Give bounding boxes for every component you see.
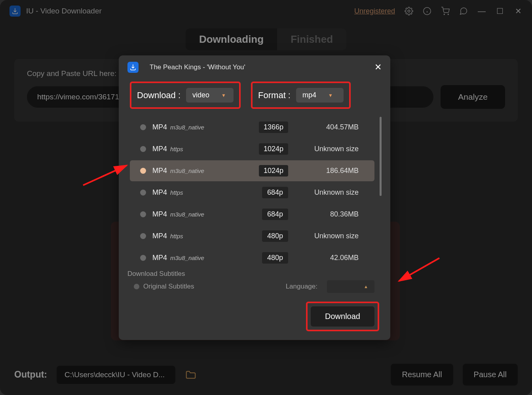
- format-codec: MP4: [152, 188, 167, 197]
- format-protocol: m3u8_native: [170, 211, 204, 218]
- format-protocol: m3u8_native: [170, 167, 204, 174]
- format-size: 42.06MB: [299, 254, 359, 262]
- chevron-up-icon: ▲: [364, 284, 368, 289]
- format-row[interactable]: MP4https480pUnknown size: [130, 226, 374, 247]
- download-type-selector: Download : video ▼: [130, 82, 241, 109]
- format-size: Unknown size: [299, 232, 359, 240]
- format-protocol: https: [170, 233, 183, 239]
- subtitles-header: Download Subtitles: [127, 270, 374, 278]
- original-subtitles-radio[interactable]: [134, 284, 139, 289]
- scrollbar[interactable]: [380, 117, 382, 196]
- format-codec: MP4: [152, 123, 167, 131]
- chevron-down-icon: ▼: [328, 93, 333, 98]
- download-button[interactable]: Download: [311, 306, 374, 327]
- format-selector: Format : mp4 ▼: [251, 82, 351, 109]
- dialog-title: The Peach Kings - 'Without You': [150, 63, 245, 71]
- language-dropdown[interactable]: ▲: [327, 280, 374, 293]
- format-list: MP4m3u8_native1366p404.57MBMP4https1024p…: [119, 114, 390, 268]
- format-radio[interactable]: [140, 124, 146, 130]
- format-label: Format :: [258, 90, 291, 101]
- chevron-down-icon: ▼: [221, 93, 226, 98]
- download-highlight: Download: [306, 302, 379, 331]
- format-radio[interactable]: [140, 190, 146, 196]
- format-radio[interactable]: [140, 255, 146, 261]
- language-label: Language:: [286, 283, 317, 291]
- format-resolution: 684p: [262, 187, 288, 198]
- format-resolution: 480p: [262, 230, 288, 242]
- format-codec: MP4: [152, 232, 167, 240]
- original-subtitles-label: Original Subtitles: [143, 283, 194, 291]
- format-radio[interactable]: [140, 211, 146, 217]
- format-radio[interactable]: [140, 233, 146, 239]
- format-resolution: 1024p: [259, 143, 288, 155]
- format-row[interactable]: MP4m3u8_native1366p404.57MB: [130, 117, 374, 138]
- format-resolution: 480p: [262, 252, 288, 264]
- format-protocol: https: [170, 146, 183, 152]
- format-radio[interactable]: [140, 146, 146, 152]
- format-row[interactable]: MP4https684pUnknown size: [130, 182, 374, 203]
- format-size: 80.36MB: [299, 210, 359, 218]
- format-resolution: 1366p: [259, 122, 288, 133]
- dialog-close-button[interactable]: ✕: [374, 62, 382, 72]
- download-dialog: The Peach Kings - 'Without You' ✕ Downlo…: [119, 55, 390, 340]
- download-type-dropdown[interactable]: video ▼: [186, 88, 234, 103]
- format-codec: MP4: [152, 210, 167, 218]
- format-codec: MP4: [152, 145, 167, 153]
- format-resolution: 1024p: [259, 165, 288, 177]
- format-size: 186.64MB: [299, 167, 359, 175]
- format-row[interactable]: MP4m3u8_native480p42.06MB: [130, 247, 374, 268]
- format-row[interactable]: MP4m3u8_native1024p186.64MB: [130, 160, 374, 181]
- format-resolution: 684p: [262, 209, 288, 220]
- download-label: Download :: [137, 90, 180, 101]
- format-size: Unknown size: [299, 145, 359, 153]
- format-codec: MP4: [152, 167, 167, 175]
- format-dropdown[interactable]: mp4 ▼: [296, 88, 344, 103]
- format-radio[interactable]: [140, 168, 146, 174]
- format-row[interactable]: MP4m3u8_native684p80.36MB: [130, 204, 374, 225]
- format-size: Unknown size: [299, 188, 359, 197]
- format-row[interactable]: MP4https1024pUnknown size: [130, 139, 374, 160]
- format-size: 404.57MB: [299, 123, 359, 131]
- dialog-app-icon: [127, 62, 139, 73]
- format-protocol: m3u8_native: [170, 124, 204, 131]
- format-protocol: m3u8_native: [170, 254, 204, 261]
- format-codec: MP4: [152, 254, 167, 262]
- format-protocol: https: [170, 189, 183, 196]
